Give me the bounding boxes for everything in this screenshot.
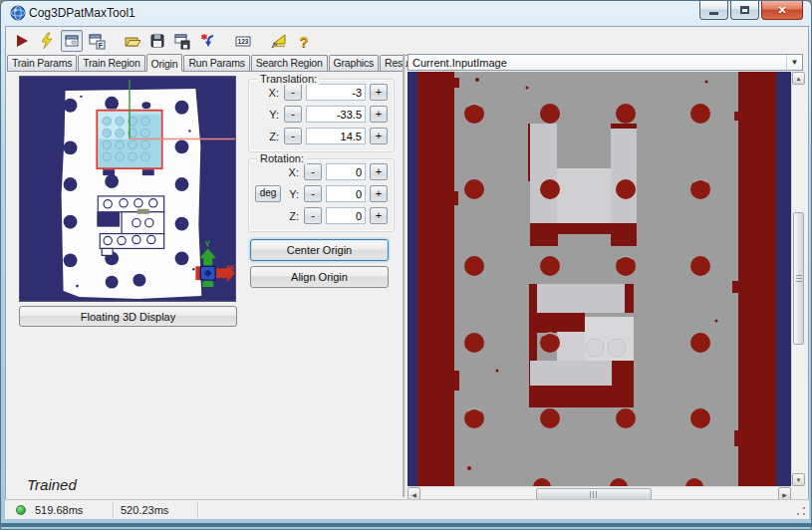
rotation-group: Rotation: X: - + deg Y: - + Z: - + bbox=[248, 158, 395, 232]
close-icon: ✕ bbox=[777, 4, 786, 17]
show-image-display-button[interactable] bbox=[61, 30, 83, 52]
save-button[interactable] bbox=[146, 30, 168, 52]
panel-divider bbox=[403, 54, 406, 497]
window-title: Cog3DPatMaxTool1 bbox=[29, 6, 135, 20]
maximize-icon bbox=[740, 6, 749, 14]
translation-x-field[interactable] bbox=[306, 84, 366, 101]
chevron-down-icon[interactable]: ▼ bbox=[786, 55, 802, 70]
maximize-button[interactable] bbox=[730, 1, 759, 20]
close-button[interactable]: ✕ bbox=[761, 1, 803, 20]
translation-z-minus-button[interactable]: - bbox=[284, 128, 302, 144]
status-bar: 519.68ms 520.23ms bbox=[5, 499, 809, 519]
open-button[interactable] bbox=[122, 30, 143, 52]
float-display-button[interactable]: F bbox=[86, 30, 108, 52]
origin-3d-viewport[interactable]: Y X bbox=[19, 76, 236, 302]
translation-label: Translation: bbox=[257, 73, 320, 85]
rotation-z-label: Z: bbox=[285, 210, 299, 222]
tab-search-region[interactable]: Search Region bbox=[251, 55, 328, 71]
save-image-button[interactable] bbox=[171, 30, 193, 52]
total-time-value: 520.23ms bbox=[121, 504, 168, 516]
add-record-button[interactable] bbox=[196, 30, 218, 52]
curved-arrow-icon bbox=[198, 32, 216, 50]
ruler-icon bbox=[270, 32, 288, 50]
display-window-icon bbox=[63, 32, 81, 50]
record-select-combobox[interactable]: Current.InputImage ▼ bbox=[407, 54, 803, 71]
translation-z-field[interactable] bbox=[306, 128, 366, 144]
input-image-viewport[interactable] bbox=[407, 72, 791, 486]
rotation-x-label: X: bbox=[285, 166, 299, 178]
tab-train-region[interactable]: Train Region bbox=[78, 55, 144, 71]
rotation-x-plus-button[interactable]: + bbox=[370, 163, 388, 180]
center-origin-button[interactable]: Center Origin bbox=[250, 239, 389, 261]
resize-grip[interactable] bbox=[795, 505, 807, 517]
minimize-icon bbox=[709, 12, 718, 15]
train-status-label: Trained bbox=[27, 476, 77, 493]
record-combo-value: Current.InputImage bbox=[408, 57, 786, 69]
translation-z-plus-button[interactable]: + bbox=[370, 128, 388, 144]
svg-text:X: X bbox=[229, 263, 235, 272]
rotation-y-minus-button[interactable]: - bbox=[304, 185, 322, 202]
rotation-y-field[interactable] bbox=[326, 185, 366, 202]
lightning-icon bbox=[38, 32, 56, 50]
rotation-y-label: Y: bbox=[285, 188, 299, 200]
rotation-z-minus-button[interactable]: - bbox=[304, 207, 322, 224]
rotation-label: Rotation: bbox=[257, 152, 307, 164]
align-origin-button[interactable]: Align Origin bbox=[250, 266, 389, 288]
scroll-down-button[interactable]: ▼ bbox=[792, 473, 805, 486]
svg-text:F: F bbox=[99, 42, 104, 49]
measure-button[interactable] bbox=[268, 30, 290, 52]
run-time-value: 519.68ms bbox=[35, 504, 83, 516]
translation-x-minus-button[interactable]: - bbox=[284, 84, 302, 101]
translation-z-label: Z: bbox=[255, 131, 279, 142]
tab-run-params[interactable]: Run Params bbox=[183, 55, 249, 71]
tab-origin[interactable]: Origin bbox=[146, 54, 183, 72]
help-button[interactable]: ? bbox=[293, 30, 315, 52]
tab-graphics[interactable]: Graphics bbox=[329, 55, 379, 71]
scroll-up-button[interactable]: ▲ bbox=[792, 72, 805, 85]
vertical-scrollbar[interactable]: ▲ ▼ bbox=[791, 72, 804, 486]
rotation-x-minus-button[interactable]: - bbox=[304, 163, 322, 180]
rotation-x-field[interactable] bbox=[326, 163, 366, 180]
pixel-values-button[interactable]: 123 bbox=[232, 30, 254, 52]
svg-text:123: 123 bbox=[238, 38, 249, 45]
pixel-grid-icon: 123 bbox=[234, 32, 252, 50]
deg-button[interactable]: deg bbox=[255, 185, 281, 202]
app-icon bbox=[10, 5, 26, 21]
translation-group: Translation: X: - + Y: - + Z: - + bbox=[248, 79, 395, 152]
run-icon bbox=[13, 32, 31, 50]
tab-strip: Train Params Train Region Origin Run Par… bbox=[7, 54, 405, 72]
floating-3d-display-button[interactable]: Floating 3D Display bbox=[19, 306, 237, 327]
title-bar[interactable]: Cog3DPatMaxTool1 ✕ bbox=[1, 1, 812, 26]
status-ok-icon bbox=[16, 505, 26, 515]
rotation-z-plus-button[interactable]: + bbox=[370, 207, 388, 224]
vertical-scroll-thumb[interactable] bbox=[793, 212, 804, 345]
translation-x-plus-button[interactable]: + bbox=[370, 84, 388, 101]
translation-y-label: Y: bbox=[255, 109, 279, 121]
minimize-button[interactable] bbox=[699, 1, 728, 20]
window-bottom-border bbox=[1, 523, 812, 527]
translation-x-label: X: bbox=[255, 87, 279, 99]
open-folder-icon bbox=[124, 32, 141, 50]
float-window-icon: F bbox=[88, 32, 106, 50]
rotation-z-field[interactable] bbox=[326, 207, 366, 224]
toolbar: F bbox=[7, 28, 807, 54]
help-icon: ? bbox=[299, 33, 308, 50]
rotation-y-plus-button[interactable]: + bbox=[370, 185, 388, 202]
brick-assembly bbox=[97, 196, 163, 255]
translation-y-field[interactable] bbox=[306, 106, 366, 123]
translation-y-plus-button[interactable]: + bbox=[370, 106, 388, 123]
app-window: Cog3DPatMaxTool1 ✕ F bbox=[0, 0, 812, 530]
floppy-icon bbox=[148, 32, 166, 50]
horizontal-scrollbar[interactable]: ◀ ▶ bbox=[407, 486, 791, 500]
electrode-button[interactable] bbox=[36, 30, 58, 52]
tab-train-params[interactable]: Train Params bbox=[7, 55, 77, 71]
window-floppy-icon bbox=[173, 32, 191, 50]
translation-y-minus-button[interactable]: - bbox=[284, 106, 302, 123]
run-button[interactable] bbox=[11, 30, 33, 52]
svg-text:Y: Y bbox=[204, 239, 210, 249]
